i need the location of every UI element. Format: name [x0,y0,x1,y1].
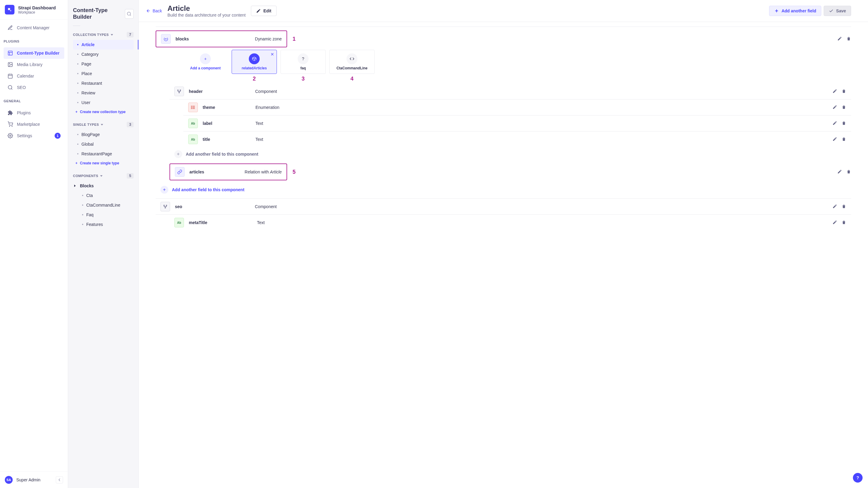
relation-icon [175,167,185,177]
plus-icon: + [160,186,168,194]
type-category[interactable]: Category [73,50,134,59]
nav-content-manager[interactable]: Content Manager [4,22,64,33]
collapse-nav-button[interactable] [56,476,63,484]
type-place[interactable]: Place [73,69,134,79]
app-subtitle: Workplace [18,10,56,14]
annotation-2: 2 [253,76,256,82]
chevron-right-icon [74,185,76,187]
edit-field-icon[interactable] [832,105,837,111]
component-category-blocks[interactable]: Blocks [73,181,134,191]
delete-field-icon[interactable] [841,136,846,142]
component-cta[interactable]: Cta [73,191,134,200]
delete-field-icon[interactable] [846,36,851,42]
edit-field-icon[interactable] [837,169,842,175]
svg-point-30 [191,108,191,109]
field-label[interactable]: Ab label Text [183,116,851,131]
add-field-related-component[interactable]: + Add another field to this component [156,183,851,196]
save-button[interactable]: Save [824,6,851,16]
type-restaurant[interactable]: Restaurant [73,79,134,88]
search-button[interactable] [125,9,134,19]
subnav-title: Content-Type Builder [73,7,122,20]
text-icon: Ab [188,134,198,144]
single-types-toggle[interactable]: SINGLE TYPES 3 [73,121,134,128]
question-icon: ? [298,53,309,64]
component-ctacommandline[interactable]: CtaCommandLine [73,200,134,210]
nav-marketplace[interactable]: Marketplace [4,119,64,130]
plus-icon: + [174,150,182,158]
help-button[interactable]: ? [853,473,863,483]
collection-types-toggle[interactable]: COLLECTION TYPES 7 [73,31,134,39]
strapi-logo-icon [5,5,14,14]
back-button[interactable]: Back [146,8,162,13]
nav-seo[interactable]: SEO [4,82,64,93]
nav-content-type-builder[interactable]: Content-Type Builder [4,48,64,59]
text-icon: Ab [188,119,198,128]
component-faq[interactable]: Faq [73,210,134,220]
field-theme[interactable]: theme Enumeration [183,99,851,116]
svg-point-11 [8,85,12,89]
page-title: Article [167,4,246,13]
edit-field-icon[interactable] [832,89,837,94]
svg-point-23 [180,90,181,91]
edit-button[interactable]: Edit [251,6,276,16]
delete-field-icon[interactable] [846,169,851,175]
annotation-4: 4 [350,76,353,82]
field-title[interactable]: Ab title Text [183,131,851,147]
field-blocks[interactable]: blocks Dynamic zone [156,30,287,48]
settings-badge: 1 [55,133,61,139]
svg-rect-7 [8,74,12,79]
type-restaurantpage[interactable]: RestaurantPage [73,149,134,159]
svg-point-28 [191,106,191,106]
edit-field-icon[interactable] [837,36,842,42]
chevron-down-icon [100,175,102,177]
delete-field-icon[interactable] [841,204,846,210]
add-another-field-button[interactable]: Add another field [769,6,821,16]
field-seo[interactable]: seo Component [156,199,851,215]
delete-field-icon[interactable] [841,105,846,111]
component-features[interactable]: Features [73,220,134,229]
type-article[interactable]: Article [73,40,134,50]
edit-field-icon[interactable] [832,121,837,126]
svg-point-21 [165,39,166,39]
type-review[interactable]: Review [73,88,134,98]
main-nav: Strapi Dashboard Workplace Content Manag… [0,0,68,488]
field-articles[interactable]: articles Relation with Article [169,163,287,180]
type-blogpage[interactable]: BlogPage [73,130,134,139]
create-collection-type[interactable]: +Create new collection type [73,108,134,116]
annotation-5: 5 [292,169,296,175]
edit-field-icon[interactable] [832,136,837,142]
add-component-button[interactable]: + Add a component [183,50,228,74]
search-icon [7,85,13,90]
gear-icon [7,133,13,139]
user-name: Super Admin [16,478,40,482]
delete-field-icon[interactable] [841,220,846,225]
edit-field-icon[interactable] [832,204,837,210]
svg-rect-1 [10,10,11,11]
field-metatitle[interactable]: Ab metaTitle Text [169,215,851,231]
dz-relatedarticles[interactable]: ✕ relatedArticles [231,50,277,74]
dz-component-picker: + Add a component ✕ relatedArticles 2 [156,49,851,74]
add-field-header-component[interactable]: + Add another field to this component [169,147,851,161]
type-page[interactable]: Page [73,59,134,69]
nav-settings[interactable]: Settings 1 [4,130,64,142]
remove-component-icon[interactable]: ✕ [271,52,274,57]
delete-field-icon[interactable] [841,121,846,126]
nav-calendar[interactable]: Calendar [4,70,64,82]
svg-point-33 [165,208,166,208]
nav-media-library[interactable]: Media Library [4,59,64,70]
dz-faq[interactable]: ? faq [280,50,326,74]
nav-plugins[interactable]: Plugins [4,107,64,119]
layout-icon [7,50,13,56]
delete-field-icon[interactable] [841,89,846,94]
components-toggle[interactable]: COMPONENTS 5 [73,172,134,180]
text-icon: Ab [174,218,184,227]
edit-field-icon[interactable] [832,220,837,225]
field-header[interactable]: header Component [169,84,851,99]
user-avatar[interactable]: SA [5,476,13,484]
type-global[interactable]: Global [73,139,134,149]
calendar-icon [7,73,13,79]
dz-ctacommandline[interactable]: CtaCommandLine [329,50,375,74]
type-user[interactable]: User [73,98,134,108]
plus-icon: + [200,53,211,64]
create-single-type[interactable]: +Create new single type [73,159,134,168]
